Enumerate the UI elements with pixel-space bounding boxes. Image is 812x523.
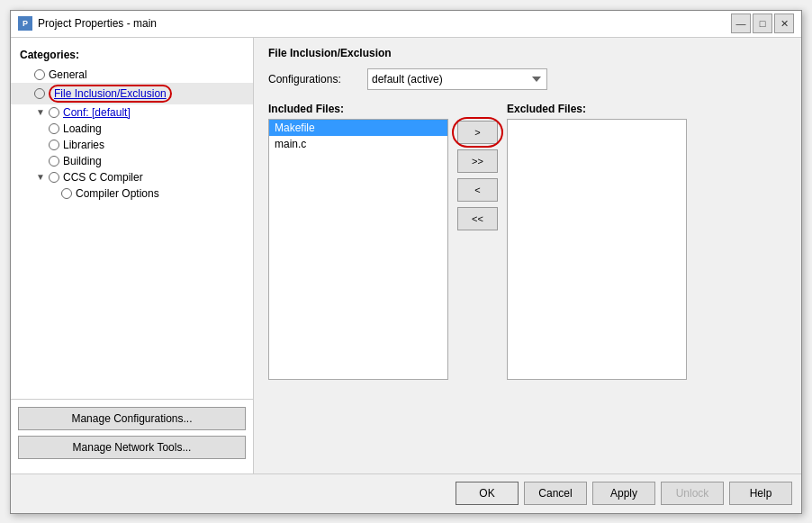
tree-item-building[interactable]: Building [11, 153, 253, 169]
circle-icon [49, 156, 59, 167]
help-button[interactable]: Help [729, 482, 792, 505]
minimize-button[interactable]: — [731, 14, 751, 33]
circle-icon [61, 188, 72, 199]
move-all-right-button[interactable]: >> [457, 149, 498, 173]
configurations-label: Configurations: [268, 73, 358, 86]
tree-item-label: Building [63, 155, 102, 167]
tree-item-label: CCS C Compiler [63, 171, 143, 184]
move-right-button[interactable]: > [457, 121, 498, 144]
move-all-left-button[interactable]: << [457, 207, 498, 230]
circle-icon [49, 172, 59, 183]
tree-item-label: Loading [63, 122, 102, 135]
tree-item-file-inclusion[interactable]: File Inclusion/Exclusion [11, 83, 253, 104]
dialog-body: Categories: General File Inclusion/Exclu… [11, 38, 801, 473]
left-bottom-buttons: Manage Configurations... Manage Network … [11, 399, 253, 466]
circle-icon [49, 123, 59, 134]
manage-configurations-button[interactable]: Manage Configurations... [18, 407, 246, 430]
categories-label: Categories: [11, 45, 253, 67]
unlock-button[interactable]: Unlock [661, 482, 724, 505]
circle-icon [34, 88, 45, 99]
included-files-label: Included Files: [268, 103, 448, 115]
dialog-icon: P [18, 16, 32, 31]
expand-icon: ▼ [34, 106, 47, 119]
tree-item-ccs-compiler[interactable]: ▼ CCS C Compiler [11, 169, 253, 185]
expand-icon: ▼ [34, 171, 47, 184]
included-files-col: Included Files: Makefile main.c [268, 103, 448, 380]
manage-network-tools-button[interactable]: Manage Network Tools... [18, 436, 246, 459]
configurations-row: Configurations: default (active) Debug R… [268, 68, 787, 90]
tree-item-label: File Inclusion/Exclusion [49, 85, 172, 103]
dialog-footer: OK Cancel Apply Unlock Help [11, 473, 801, 513]
tree-item-libraries[interactable]: Libraries [11, 137, 253, 153]
tree-item-conf-default[interactable]: ▼ Conf: [default] [11, 104, 253, 121]
maximize-button[interactable]: □ [753, 14, 772, 33]
left-panel: Categories: General File Inclusion/Exclu… [11, 38, 254, 473]
close-button[interactable]: ✕ [774, 14, 794, 33]
tree-item-label: General [49, 68, 87, 81]
configurations-select[interactable]: default (active) Debug Release [367, 68, 547, 90]
file-list-item[interactable]: Makefile [269, 120, 447, 136]
ok-button[interactable]: OK [456, 482, 519, 505]
circle-icon [49, 140, 59, 150]
title-bar-controls: — □ ✕ [731, 14, 794, 33]
transfer-buttons: > >> < << [457, 103, 498, 230]
included-files-list[interactable]: Makefile main.c [268, 119, 448, 380]
title-bar: P Project Properties - main — □ ✕ [11, 11, 801, 38]
tree-item-general[interactable]: General [11, 67, 253, 83]
tree-item-loading[interactable]: Loading [11, 121, 253, 137]
circle-icon [49, 107, 59, 118]
tree-item-compiler-options[interactable]: Compiler Options [11, 185, 253, 202]
tree-item-label: Libraries [63, 139, 104, 151]
files-section: Included Files: Makefile main.c > >> < [268, 103, 787, 464]
section-title: File Inclusion/Exclusion [268, 47, 787, 59]
apply-button[interactable]: Apply [592, 482, 655, 505]
right-panel: File Inclusion/Exclusion Configurations:… [254, 38, 801, 473]
excluded-files-label: Excluded Files: [507, 103, 687, 115]
excluded-files-col: Excluded Files: [507, 103, 687, 380]
dialog-title: Project Properties - main [38, 17, 731, 30]
project-properties-dialog: P Project Properties - main — □ ✕ Catego… [10, 10, 802, 514]
excluded-files-list[interactable] [507, 119, 687, 380]
cancel-button[interactable]: Cancel [524, 482, 587, 505]
move-left-button[interactable]: < [457, 178, 498, 202]
tree-item-label: Conf: [default] [63, 106, 131, 119]
file-list-item[interactable]: main.c [269, 136, 447, 152]
circle-icon [34, 69, 45, 80]
tree-item-label: Compiler Options [76, 187, 159, 200]
